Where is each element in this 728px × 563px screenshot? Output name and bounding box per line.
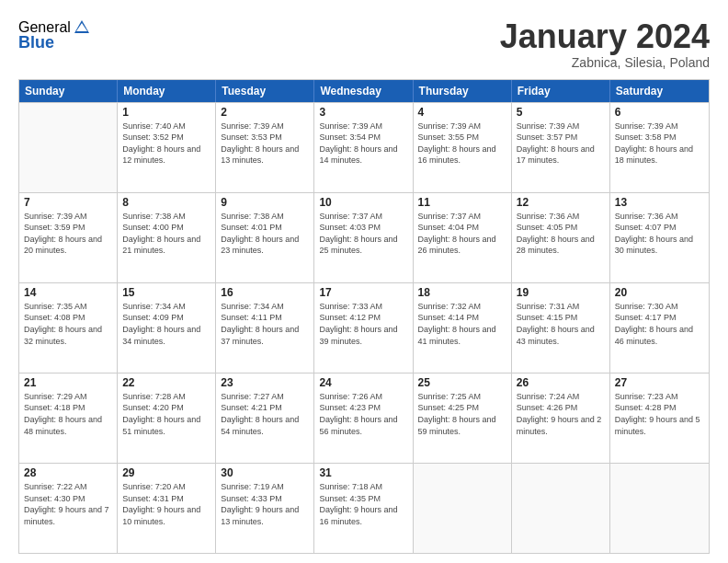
day-number: 28 <box>24 466 112 479</box>
calendar-cell: 25Sunrise: 7:25 AM Sunset: 4:25 PM Dayli… <box>414 373 512 463</box>
calendar-cell: 23Sunrise: 7:27 AM Sunset: 4:21 PM Dayli… <box>216 373 314 463</box>
calendar-row: 1Sunrise: 7:40 AM Sunset: 3:52 PM Daylig… <box>19 102 709 192</box>
day-info: Sunrise: 7:25 AM Sunset: 4:25 PM Dayligh… <box>418 391 506 437</box>
day-info: Sunrise: 7:38 AM Sunset: 4:01 PM Dayligh… <box>221 211 309 257</box>
day-number: 11 <box>418 196 506 209</box>
day-number: 10 <box>319 196 407 209</box>
calendar-cell: 1Sunrise: 7:40 AM Sunset: 3:52 PM Daylig… <box>118 103 216 192</box>
calendar-cell: 30Sunrise: 7:19 AM Sunset: 4:33 PM Dayli… <box>216 464 314 553</box>
day-info: Sunrise: 7:19 AM Sunset: 4:33 PM Dayligh… <box>221 481 309 527</box>
day-number: 9 <box>221 196 309 209</box>
calendar-cell <box>414 464 512 553</box>
day-number: 16 <box>221 286 309 299</box>
calendar-body: 1Sunrise: 7:40 AM Sunset: 3:52 PM Daylig… <box>19 102 709 553</box>
day-number: 4 <box>418 106 506 119</box>
weekday-header: Wednesday <box>314 80 413 102</box>
calendar-cell <box>512 464 610 553</box>
calendar-cell: 22Sunrise: 7:28 AM Sunset: 4:20 PM Dayli… <box>118 373 216 463</box>
calendar-cell: 2Sunrise: 7:39 AM Sunset: 3:53 PM Daylig… <box>216 103 314 192</box>
weekday-header: Friday <box>512 80 610 102</box>
month-title: January 2024 <box>500 18 710 55</box>
day-info: Sunrise: 7:31 AM Sunset: 4:15 PM Dayligh… <box>517 301 605 347</box>
day-info: Sunrise: 7:30 AM Sunset: 4:17 PM Dayligh… <box>615 301 704 347</box>
calendar-cell: 29Sunrise: 7:20 AM Sunset: 4:31 PM Dayli… <box>118 464 216 553</box>
day-number: 20 <box>615 286 704 299</box>
page: General Blue January 2024 Zabnica, Siles… <box>0 0 728 563</box>
day-info: Sunrise: 7:29 AM Sunset: 4:18 PM Dayligh… <box>24 391 112 437</box>
calendar-cell: 11Sunrise: 7:37 AM Sunset: 4:04 PM Dayli… <box>414 193 512 282</box>
day-number: 24 <box>319 376 407 389</box>
day-info: Sunrise: 7:28 AM Sunset: 4:20 PM Dayligh… <box>122 391 210 437</box>
calendar-cell: 15Sunrise: 7:34 AM Sunset: 4:09 PM Dayli… <box>118 283 216 373</box>
day-info: Sunrise: 7:27 AM Sunset: 4:21 PM Dayligh… <box>221 391 309 437</box>
calendar-cell: 24Sunrise: 7:26 AM Sunset: 4:23 PM Dayli… <box>314 373 413 463</box>
calendar-cell: 13Sunrise: 7:36 AM Sunset: 4:07 PM Dayli… <box>610 193 709 282</box>
day-number: 17 <box>319 286 407 299</box>
logo-icon <box>73 18 91 37</box>
day-number: 2 <box>221 106 309 119</box>
day-info: Sunrise: 7:33 AM Sunset: 4:12 PM Dayligh… <box>319 301 407 347</box>
day-info: Sunrise: 7:34 AM Sunset: 4:11 PM Dayligh… <box>221 301 309 347</box>
day-number: 6 <box>615 106 704 119</box>
day-number: 13 <box>615 196 704 209</box>
day-info: Sunrise: 7:34 AM Sunset: 4:09 PM Dayligh… <box>122 301 210 347</box>
calendar-cell <box>610 464 709 553</box>
day-info: Sunrise: 7:36 AM Sunset: 4:05 PM Dayligh… <box>517 211 605 257</box>
day-info: Sunrise: 7:40 AM Sunset: 3:52 PM Dayligh… <box>122 121 210 167</box>
title-area: January 2024 Zabnica, Silesia, Poland <box>500 18 710 70</box>
calendar-cell: 14Sunrise: 7:35 AM Sunset: 4:08 PM Dayli… <box>19 283 118 373</box>
day-number: 14 <box>24 286 112 299</box>
day-info: Sunrise: 7:39 AM Sunset: 3:55 PM Dayligh… <box>418 121 506 167</box>
calendar-cell: 28Sunrise: 7:22 AM Sunset: 4:30 PM Dayli… <box>19 464 118 553</box>
weekday-header: Sunday <box>19 80 118 102</box>
day-number: 18 <box>418 286 506 299</box>
day-info: Sunrise: 7:39 AM Sunset: 3:58 PM Dayligh… <box>615 121 704 167</box>
day-info: Sunrise: 7:35 AM Sunset: 4:08 PM Dayligh… <box>24 301 112 347</box>
calendar: SundayMondayTuesdayWednesdayThursdayFrid… <box>18 79 710 554</box>
day-number: 5 <box>517 106 605 119</box>
day-number: 19 <box>517 286 605 299</box>
day-info: Sunrise: 7:39 AM Sunset: 3:59 PM Dayligh… <box>24 211 112 257</box>
day-info: Sunrise: 7:24 AM Sunset: 4:26 PM Dayligh… <box>517 391 605 437</box>
day-number: 27 <box>615 376 704 389</box>
day-number: 29 <box>122 466 210 479</box>
day-number: 31 <box>319 466 407 479</box>
calendar-header: SundayMondayTuesdayWednesdayThursdayFrid… <box>19 80 709 102</box>
calendar-cell: 12Sunrise: 7:36 AM Sunset: 4:05 PM Dayli… <box>512 193 610 282</box>
weekday-header: Thursday <box>414 80 512 102</box>
day-info: Sunrise: 7:37 AM Sunset: 4:04 PM Dayligh… <box>418 211 506 257</box>
day-info: Sunrise: 7:23 AM Sunset: 4:28 PM Dayligh… <box>615 391 704 437</box>
day-number: 30 <box>221 466 309 479</box>
calendar-cell: 17Sunrise: 7:33 AM Sunset: 4:12 PM Dayli… <box>314 283 413 373</box>
day-number: 12 <box>517 196 605 209</box>
day-number: 8 <box>122 196 210 209</box>
day-number: 21 <box>24 376 112 389</box>
day-info: Sunrise: 7:36 AM Sunset: 4:07 PM Dayligh… <box>615 211 704 257</box>
day-info: Sunrise: 7:18 AM Sunset: 4:35 PM Dayligh… <box>319 481 407 527</box>
calendar-cell: 9Sunrise: 7:38 AM Sunset: 4:01 PM Daylig… <box>216 193 314 282</box>
day-number: 25 <box>418 376 506 389</box>
day-number: 3 <box>319 106 407 119</box>
day-number: 1 <box>122 106 210 119</box>
calendar-cell: 27Sunrise: 7:23 AM Sunset: 4:28 PM Dayli… <box>610 373 709 463</box>
location: Zabnica, Silesia, Poland <box>500 55 710 70</box>
calendar-cell: 8Sunrise: 7:38 AM Sunset: 4:00 PM Daylig… <box>118 193 216 282</box>
calendar-row: 28Sunrise: 7:22 AM Sunset: 4:30 PM Dayli… <box>19 463 709 553</box>
day-info: Sunrise: 7:22 AM Sunset: 4:30 PM Dayligh… <box>24 481 112 527</box>
calendar-cell: 18Sunrise: 7:32 AM Sunset: 4:14 PM Dayli… <box>414 283 512 373</box>
day-info: Sunrise: 7:37 AM Sunset: 4:03 PM Dayligh… <box>319 211 407 257</box>
weekday-header: Monday <box>118 80 216 102</box>
header: General Blue January 2024 Zabnica, Siles… <box>18 18 710 70</box>
calendar-cell: 10Sunrise: 7:37 AM Sunset: 4:03 PM Dayli… <box>314 193 413 282</box>
day-number: 26 <box>517 376 605 389</box>
day-number: 23 <box>221 376 309 389</box>
day-info: Sunrise: 7:39 AM Sunset: 3:54 PM Dayligh… <box>319 121 407 167</box>
day-info: Sunrise: 7:39 AM Sunset: 3:53 PM Dayligh… <box>221 121 309 167</box>
calendar-cell: 31Sunrise: 7:18 AM Sunset: 4:35 PM Dayli… <box>314 464 413 553</box>
calendar-row: 14Sunrise: 7:35 AM Sunset: 4:08 PM Dayli… <box>19 282 709 373</box>
calendar-cell: 3Sunrise: 7:39 AM Sunset: 3:54 PM Daylig… <box>314 103 413 192</box>
day-number: 7 <box>24 196 112 209</box>
day-number: 15 <box>122 286 210 299</box>
day-number: 22 <box>122 376 210 389</box>
weekday-header: Saturday <box>610 80 709 102</box>
